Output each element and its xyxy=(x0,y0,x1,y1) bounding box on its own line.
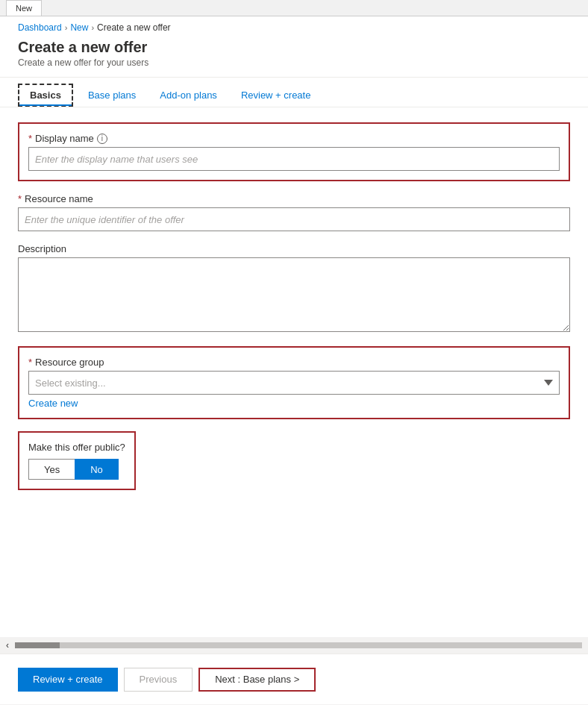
display-name-info-icon[interactable]: i xyxy=(97,134,107,144)
breadcrumb-sep-1: › xyxy=(65,23,68,32)
tab-basics[interactable]: Basics xyxy=(18,84,73,107)
description-group: Description xyxy=(18,243,570,334)
description-label: Description xyxy=(18,243,570,254)
resource-group-required-star: * xyxy=(28,357,32,368)
display-name-label-text: Display name xyxy=(35,133,94,144)
browser-tab: New xyxy=(6,0,42,16)
make-public-label: Make this offer public? xyxy=(28,442,125,453)
tabs-container: Basics Base plans Add-on plans Review + … xyxy=(0,78,588,107)
description-textarea[interactable] xyxy=(18,257,570,332)
make-public-yes-button[interactable]: Yes xyxy=(28,459,75,480)
breadcrumb-dashboard[interactable]: Dashboard xyxy=(18,22,62,33)
browser-top-bar: New xyxy=(0,0,588,16)
resource-name-group: * Resource name xyxy=(18,193,570,231)
display-name-group: * Display name i xyxy=(18,122,570,181)
display-name-input[interactable] xyxy=(28,147,560,171)
resource-group-label-text: Resource group xyxy=(35,357,104,368)
resource-name-required-star: * xyxy=(18,193,22,204)
resource-name-input[interactable] xyxy=(18,207,570,231)
tab-title: New xyxy=(16,4,32,13)
footer: Review + create Previous Next : Base pla… xyxy=(0,654,588,704)
create-new-link[interactable]: Create new xyxy=(28,398,78,409)
form-content: * Display name i * Resource name Descrip… xyxy=(0,107,588,661)
scroll-thumb xyxy=(15,642,60,648)
resource-group-group: * Resource group Select existing... Crea… xyxy=(18,346,570,419)
previous-button[interactable]: Previous xyxy=(124,668,193,692)
breadcrumb: Dashboard › New › Create a new offer xyxy=(0,16,588,36)
description-label-text: Description xyxy=(18,243,66,254)
breadcrumb-new[interactable]: New xyxy=(70,22,88,33)
breadcrumb-current: Create a new offer xyxy=(97,22,171,33)
breadcrumb-sep-2: › xyxy=(91,23,94,32)
next-button[interactable]: Next : Base plans > xyxy=(198,668,316,692)
main-container: Dashboard › New › Create a new offer Cre… xyxy=(0,16,588,704)
make-public-section: Make this offer public? Yes No xyxy=(18,431,136,490)
review-create-button[interactable]: Review + create xyxy=(18,668,118,692)
scroll-track xyxy=(15,642,582,648)
scrollbar-area: ‹ xyxy=(0,637,588,654)
page-subtitle: Create a new offer for your users xyxy=(18,57,570,68)
resource-name-label-text: Resource name xyxy=(25,193,93,204)
tab-review-create[interactable]: Review + create xyxy=(229,84,323,107)
display-name-label: * Display name i xyxy=(28,133,560,144)
display-name-required-star: * xyxy=(28,133,32,144)
resource-name-label: * Resource name xyxy=(18,193,570,204)
resource-group-label: * Resource group xyxy=(28,357,560,368)
page-title: Create a new offer xyxy=(18,39,570,56)
resource-group-select[interactable]: Select existing... xyxy=(28,371,560,395)
scroll-left-arrow[interactable]: ‹ xyxy=(3,640,12,651)
toggle-buttons: Yes No xyxy=(28,459,125,480)
tab-base-plans[interactable]: Base plans xyxy=(76,84,148,107)
page-title-section: Create a new offer Create a new offer fo… xyxy=(0,36,588,78)
make-public-no-button[interactable]: No xyxy=(75,459,119,480)
tab-add-on-plans[interactable]: Add-on plans xyxy=(148,84,229,107)
